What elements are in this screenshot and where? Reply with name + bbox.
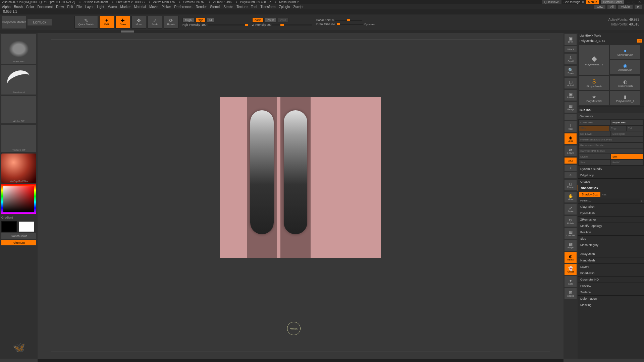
draw-size-slider[interactable] (336, 24, 363, 25)
menu-alpha[interactable]: Alpha (2, 5, 11, 9)
arraymesh-header[interactable]: ArrayMesh (578, 251, 644, 257)
draw-button[interactable]: ✚Draw (115, 16, 130, 28)
brush-selector[interactable]: MaskPen (1, 34, 36, 64)
rotate-nav-button[interactable]: ⟳Rotate (565, 216, 577, 227)
floor-button[interactable]: ⊥Floor (565, 121, 577, 132)
close-icon[interactable]: ✕ (637, 0, 642, 4)
lightbox-tools-link[interactable]: LightBox> Tools (578, 33, 644, 38)
suv-button[interactable]: Suv (579, 160, 610, 165)
polyf-button[interactable]: ▩PolyF (565, 240, 577, 251)
ghost-button[interactable]: 👻Ghost (565, 264, 577, 275)
layers-header[interactable]: Layers (578, 263, 644, 270)
position-header[interactable]: Position (578, 229, 644, 235)
menu-zscript[interactable]: Zscript (293, 5, 303, 9)
tool-spherebrush[interactable]: ●SphereBrush (610, 45, 640, 59)
crease-header[interactable]: Crease (578, 178, 644, 185)
xpose-button[interactable]: ⊞Xpose (565, 288, 577, 299)
linefill-button[interactable]: ▦Line Fill (565, 228, 577, 239)
surface-header[interactable]: Surface (578, 289, 644, 295)
menu-macro[interactable]: Macro (108, 5, 117, 9)
menu-marker[interactable]: Marker (120, 5, 130, 9)
quicksketch-button[interactable]: ✎Quick Sketch (74, 16, 98, 28)
switchcolor-button[interactable]: SwitchColor (1, 233, 36, 239)
fibermesh-header[interactable]: FiberMesh (578, 270, 644, 276)
bpr-button[interactable]: ▣BPR (565, 34, 577, 45)
scale-button[interactable]: ⤢Scale (148, 16, 162, 28)
menu-transform[interactable]: Transform (260, 5, 275, 9)
claypolish-header[interactable]: ClayPolish (578, 203, 644, 210)
stroke-selector[interactable]: FreeHand (1, 65, 36, 95)
tool-polymesh3d-1b[interactable]: ▮PolyMesh3D_1 (610, 91, 640, 105)
spix-slider[interactable]: SPix 3 (565, 46, 577, 52)
defaultzscript-button[interactable]: DefaultZScript (601, 0, 624, 4)
freeze-subdiv-button[interactable]: Freeze SubDivision Levels (579, 137, 643, 142)
menu-layer[interactable]: Layer (85, 5, 94, 9)
transp-button[interactable]: ◐Transp (565, 252, 577, 263)
cage-button[interactable]: Cage (609, 126, 626, 131)
reconstruct-subdiv-button[interactable]: Reconstruct Subdiv (579, 143, 643, 148)
lsym-button[interactable]: ⇌L.Sym (565, 145, 577, 156)
small-nav-1[interactable]: ↻ (565, 165, 577, 171)
gradient-toggle[interactable]: Gradient (1, 215, 36, 220)
actual-button[interactable]: ▢Actual (565, 78, 577, 88)
menus-button[interactable]: Menus (586, 0, 599, 4)
scroll-button[interactable]: ⇕Scroll (565, 54, 577, 64)
nanomesh-header[interactable]: NanoMesh (578, 257, 644, 263)
secondary-color-swatch[interactable] (1, 221, 17, 232)
lower-res-button[interactable]: Lower Res (579, 120, 610, 125)
rotate-button[interactable]: ⟳Rotate (164, 16, 178, 28)
aahalf-button[interactable]: ▣AAHalf (565, 90, 577, 101)
menu-preferences[interactable]: Preferences (174, 5, 193, 9)
smt-button[interactable]: Smt (611, 154, 643, 159)
preview-header[interactable]: Preview (578, 283, 644, 289)
geometry-hd-header[interactable]: Geometry HD (578, 276, 644, 283)
local-button[interactable]: ◉Local (565, 133, 577, 144)
edit-button[interactable]: ✦Edit (99, 16, 114, 28)
tool-polymesh3d[interactable]: ★PolyMesh3D (579, 91, 609, 105)
r-button[interactable]: R (637, 39, 642, 43)
lightbox-button[interactable]: LightBox (28, 19, 52, 25)
menu-material[interactable]: Material (134, 5, 146, 9)
deformation-header[interactable]: Deformation (578, 295, 644, 302)
small-nav-2[interactable]: ⊙ (565, 172, 577, 178)
zremesher-header[interactable]: ZRemesher (578, 216, 644, 223)
menu-light[interactable]: Light (97, 5, 104, 9)
move-nav-button[interactable]: ✋Move (565, 192, 577, 202)
maximize-icon[interactable]: ▢ (632, 0, 636, 4)
menu-edit[interactable]: Edit (67, 5, 73, 9)
menu-brush[interactable]: Brush (14, 5, 23, 9)
primary-color-swatch[interactable] (19, 221, 34, 232)
m-button[interactable]: M (207, 18, 214, 22)
masking-header[interactable]: Masking (578, 302, 644, 308)
menu-draw[interactable]: Draw (56, 5, 64, 9)
divide-button[interactable]: Divide (579, 154, 610, 159)
move-button[interactable]: ✥Move (131, 16, 146, 28)
z-intensity-slider[interactable] (272, 24, 312, 25)
texture-selector[interactable]: Texture Off (1, 125, 36, 152)
alternate-button[interactable]: Alternate (1, 240, 36, 245)
zadd-button[interactable]: Zadd (252, 18, 264, 22)
minimize-icon[interactable]: — (626, 0, 631, 4)
shadowbox-button[interactable]: ShadowBox (579, 192, 600, 197)
sdiv-slider[interactable]: SDiv (579, 126, 609, 131)
polish-slider[interactable]: Polish 10 (579, 198, 640, 203)
shelf-scrollbar[interactable] (0, 30, 644, 33)
alpha-selector[interactable]: Alpha Off (1, 96, 36, 123)
geometry-header[interactable]: Geometry (578, 113, 644, 119)
goz-button[interactable]: GoZ (594, 5, 606, 9)
material-selector[interactable]: MatCap Red Wax (1, 154, 36, 183)
menu-picker[interactable]: Picker (162, 5, 171, 9)
dynamesh-header[interactable]: DynaMesh (578, 210, 644, 216)
dynamic-label[interactable]: Dynamic (364, 23, 375, 26)
tool-eraserbrush[interactable]: ◐EraserBrush (610, 76, 640, 90)
rgb-intensity-slider[interactable] (208, 24, 248, 25)
goz-visible-button[interactable]: Visible (618, 5, 632, 9)
persp-button[interactable]: ▦Persp (565, 102, 577, 113)
bottom-scrollbar[interactable] (38, 359, 564, 362)
del-higher-button[interactable]: Del Higher (611, 131, 643, 136)
del-lower-button[interactable]: Del Lower (579, 131, 610, 136)
size-header[interactable]: Size (578, 235, 644, 242)
goz-r-button[interactable]: R (635, 5, 642, 9)
menu-file[interactable]: File (76, 5, 82, 9)
focal-shift-slider[interactable] (335, 20, 362, 21)
